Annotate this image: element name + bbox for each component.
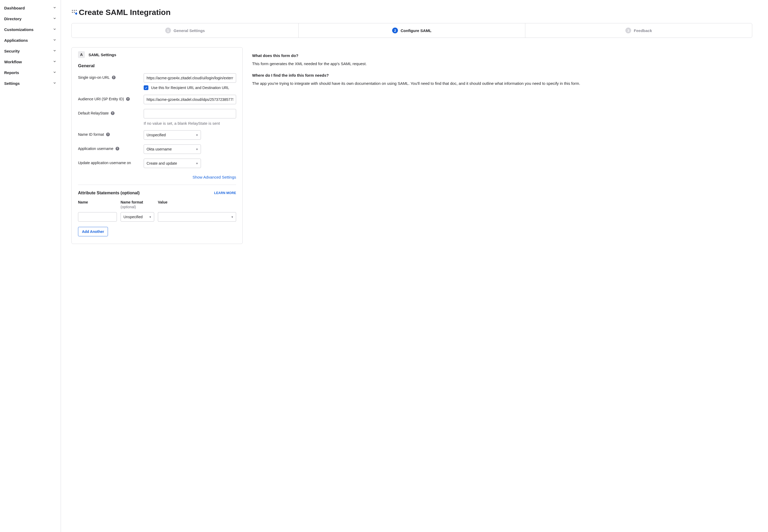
svg-rect-6 [75,13,77,14]
sidebar-item-label: Workflow [4,60,22,64]
col-header-name: Name [78,200,117,209]
relay-state-input[interactable] [144,109,236,118]
step-number: 1 [165,28,171,33]
sidebar-item-dashboard[interactable]: Dashboard [0,3,61,13]
relay-state-hint: If no value is set, a blank RelayState i… [144,121,236,126]
sidebar-item-reports[interactable]: Reports [0,67,61,78]
col-header-format: Name format [121,200,143,204]
sidebar-item-settings[interactable]: Settings [0,78,61,89]
chevron-down-icon [53,60,56,64]
help-icon[interactable]: ? [126,97,130,101]
attribute-statements-heading: Attribute Statements (optional) [78,191,140,195]
col-header-value: Value [158,200,168,209]
label-audience-uri: Audience URI (SP Entity ID) [78,97,124,101]
sidebar-item-label: Customizations [4,27,34,32]
wizard-step-general[interactable]: 1 General Settings [72,23,298,38]
checkbox-label: Use this for Recipient URL and Destinati… [151,86,229,90]
attr-value-input[interactable] [158,212,229,222]
chevron-down-icon [53,81,56,86]
sidebar-item-directory[interactable]: Directory [0,13,61,24]
svg-rect-2 [76,10,77,11]
sso-url-input[interactable] [144,73,236,83]
svg-rect-4 [74,12,75,13]
step-number: 3 [625,28,631,33]
panel-letter-badge: A [78,51,85,58]
chevron-down-icon [53,6,56,10]
sidebar-item-label: Directory [4,17,22,21]
divider [78,185,236,185]
sidebar-item-workflow[interactable]: Workflow [0,56,61,67]
help-icon[interactable]: ? [111,111,115,115]
step-label: Configure SAML [401,28,432,33]
section-heading-general: General [78,63,236,69]
chevron-down-icon [53,70,56,75]
help-icon[interactable]: ? [116,147,119,150]
help-icon[interactable]: ? [112,76,116,79]
sidebar-item-security[interactable]: Security [0,46,61,56]
chevron-down-icon [53,38,56,43]
help-panel: What does this form do? This form genera… [252,47,752,244]
label-relay-state: Default RelayState [78,111,109,115]
attr-name-input[interactable] [78,212,117,222]
label-sso-url: Single sign-on URL [78,75,110,80]
sidebar-item-label: Security [4,49,20,53]
label-update-username-on: Update application username on [78,161,131,165]
attribute-row: ▼ ▼ [78,212,236,222]
attr-value-dropdown-button[interactable]: ▼ [229,212,236,222]
page-title: Create SAML Integration [79,8,171,17]
sidebar-item-customizations[interactable]: Customizations [0,24,61,35]
nameid-format-select[interactable] [144,130,201,140]
chevron-down-icon [53,27,56,32]
help-icon[interactable]: ? [106,133,110,136]
sidebar-item-label: Reports [4,70,19,75]
step-label: General Settings [174,28,205,33]
panel-title: SAML Settings [89,53,116,57]
audience-uri-input[interactable] [144,95,236,104]
show-advanced-settings-link[interactable]: Show Advanced Settings [193,175,236,179]
svg-rect-0 [72,10,73,11]
wizard-steps: 1 General Settings 2 Configure SAML 3 Fe… [71,23,752,38]
wizard-step-configure-saml[interactable]: 2 Configure SAML [298,23,525,38]
sidebar-item-label: Applications [4,38,28,43]
sidebar-item-label: Dashboard [4,6,25,10]
chevron-down-icon [53,49,56,53]
help-question-1: What does this form do? [252,53,752,59]
update-username-on-select[interactable] [144,159,201,168]
svg-rect-1 [74,10,75,11]
sidebar: Dashboard Directory Customizations Appli… [0,0,61,532]
label-nameid-format: Name ID format [78,132,104,137]
learn-more-link[interactable]: LEARN MORE [214,191,236,195]
app-username-select[interactable] [144,144,201,154]
add-another-button[interactable]: Add Another [78,227,108,236]
attr-format-select[interactable] [121,212,154,222]
step-label: Feedback [634,28,652,33]
apps-grid-icon [71,9,77,15]
label-app-username: Application username [78,147,113,151]
wizard-step-feedback[interactable]: 3 Feedback [525,23,752,38]
chevron-down-icon [53,17,56,21]
svg-rect-3 [72,12,73,13]
help-answer-1: This form generates the XML needed for t… [252,61,752,67]
saml-settings-panel: A SAML Settings General Single sign-on U… [71,47,243,244]
use-for-recipient-checkbox[interactable] [144,85,148,90]
col-header-format-sub: (optional) [121,205,154,209]
help-question-2: Where do I find the info this form needs… [252,72,752,78]
sidebar-item-applications[interactable]: Applications [0,35,61,46]
sidebar-item-label: Settings [4,81,20,86]
help-answer-2: The app you're trying to integrate with … [252,80,752,86]
step-number: 2 [392,28,398,33]
